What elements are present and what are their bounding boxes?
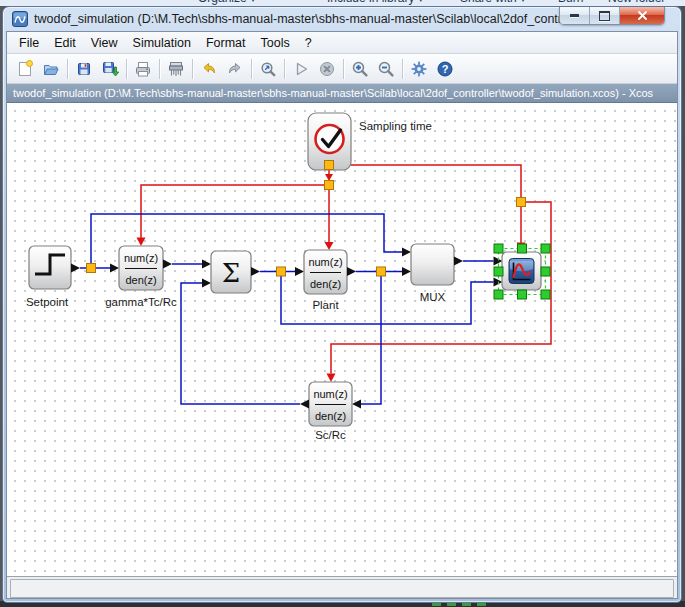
data-link-point[interactable] [87, 264, 96, 273]
help-button[interactable]: ? [432, 57, 458, 81]
undo-button[interactable] [196, 57, 222, 81]
window-content: File Edit View Simulation Format Tools ? [6, 31, 678, 599]
xcos-window: twodof_simulation (D:\M.Tech\sbhs-manual… [2, 6, 682, 603]
toolbar-separator [126, 59, 127, 79]
block-controller[interactable]: num(z) den(z) gamma*Tc/Rc [105, 246, 177, 308]
block-plant[interactable]: num(z) den(z) Plant [304, 250, 356, 311]
scope-icon [509, 259, 534, 284]
zoom-in-icon [350, 59, 370, 79]
menu-edit[interactable]: Edit [48, 34, 82, 52]
maximize-icon [599, 11, 610, 21]
menu-view[interactable]: View [85, 34, 124, 52]
denominator-text: den(z) [125, 274, 156, 286]
plant-activation-arrow [325, 242, 334, 250]
feedback-input-arrow [352, 400, 361, 409]
block-scope[interactable] [494, 244, 550, 299]
link-plant-to-feedback[interactable] [361, 272, 381, 405]
close-button[interactable] [620, 7, 664, 24]
activation-link-point[interactable] [517, 198, 526, 207]
menu-tools[interactable]: Tools [255, 34, 296, 52]
minimize-icon [570, 14, 579, 17]
numerator-text: num(z) [124, 252, 158, 264]
data-link-point[interactable] [377, 267, 386, 276]
start-simulation-button[interactable] [288, 57, 314, 81]
svg-text:?: ? [442, 63, 449, 75]
toolbar-separator [192, 59, 193, 79]
setpoint-output-port[interactable] [71, 264, 80, 273]
sum-input2-arrow [202, 279, 211, 288]
block-setpoint[interactable]: Setpoint [26, 246, 80, 308]
save-button[interactable] [71, 57, 97, 81]
toolbar-separator [343, 59, 344, 79]
fit-diagram-icon [258, 59, 278, 79]
zoom-out-button[interactable] [373, 57, 399, 81]
numerator-text: num(z) [308, 256, 342, 268]
diagram-path-bar: twodof_simulation (D:\M.Tech\sbhs-manual… [7, 84, 677, 103]
mux-input1-arrow [402, 248, 411, 257]
help-icon: ? [435, 59, 455, 79]
mux-input2-arrow [402, 267, 411, 276]
print-icon [133, 59, 153, 79]
menubar: File Edit View Simulation Format Tools ? [7, 32, 677, 54]
window-title: twodof_simulation (D:\M.Tech\sbhs-manual… [34, 12, 585, 26]
clock-link-to-controller[interactable] [141, 185, 325, 238]
save-icon [74, 59, 94, 79]
sum-output-port[interactable] [251, 267, 260, 276]
menu-help[interactable]: ? [299, 34, 318, 52]
block-mux[interactable]: MUX [411, 244, 463, 303]
data-links [80, 214, 503, 409]
redo-button[interactable] [222, 57, 248, 81]
minimize-button[interactable] [560, 7, 590, 24]
window-controls [559, 7, 665, 25]
block-label: Setpoint [26, 296, 69, 308]
plant-input-arrow [295, 267, 304, 276]
maximize-button[interactable] [590, 7, 620, 24]
shredder-button[interactable] [163, 57, 189, 81]
block-sampling-time[interactable]: Sampling time [308, 113, 432, 170]
denominator-text: den(z) [315, 410, 346, 422]
explorer-share-with-button[interactable]: Share with ▾ [460, 0, 526, 5]
settings-gear-button[interactable] [406, 57, 432, 81]
controller-activation-arrow [137, 238, 146, 247]
explorer-new-folder-button[interactable]: New folder [608, 0, 665, 5]
block-feedback[interactable]: num(z) den(z) Sc/Rc [300, 382, 352, 441]
feedback-output-port[interactable] [300, 400, 309, 409]
block-label: Plant [312, 299, 339, 311]
plant-output-port[interactable] [347, 267, 356, 276]
new-diagram-button[interactable] [12, 57, 38, 81]
toolbar-separator [251, 59, 252, 79]
menu-file[interactable]: File [13, 34, 45, 52]
explorer-organize-button[interactable]: Organize ▾ [198, 0, 256, 5]
diagram-canvas[interactable]: Sampling time Setpoint num(z) den(z) gam… [7, 103, 677, 576]
block-label: gamma*Tc/Rc [105, 296, 177, 308]
save-as-button[interactable] [97, 57, 123, 81]
sum-input1-arrow [202, 260, 211, 269]
open-button[interactable] [38, 57, 64, 81]
block-sum[interactable]: Σ [211, 251, 260, 293]
block-label: Sampling time [359, 120, 432, 132]
xcos-app-icon[interactable] [12, 11, 28, 27]
data-link-point[interactable] [277, 267, 286, 276]
open-icon [41, 59, 61, 79]
menu-simulation[interactable]: Simulation [127, 34, 197, 52]
zoom-out-icon [376, 59, 396, 79]
status-text [10, 579, 674, 598]
explorer-include-in-library-button[interactable]: Include in library ▾ [327, 0, 424, 5]
stop-simulation-button[interactable] [314, 57, 340, 81]
explorer-burn-button[interactable]: Burn [558, 0, 583, 5]
zoom-in-button[interactable] [347, 57, 373, 81]
mux-output-port[interactable] [454, 257, 463, 266]
link-feedback-to-sum[interactable] [181, 283, 300, 404]
save-as-icon [100, 59, 120, 79]
print-button[interactable] [130, 57, 156, 81]
statusbar [7, 576, 677, 598]
clock-link-east[interactable] [334, 165, 522, 198]
menu-format[interactable]: Format [200, 34, 252, 52]
activation-link-point[interactable] [325, 181, 334, 190]
feedback-activation-arrow [327, 374, 336, 383]
controller-output-port[interactable] [163, 260, 172, 269]
clock-output-port[interactable] [325, 161, 334, 170]
shredder-icon [166, 59, 186, 79]
fit-diagram-button[interactable] [255, 57, 281, 81]
denominator-text: den(z) [310, 278, 341, 290]
